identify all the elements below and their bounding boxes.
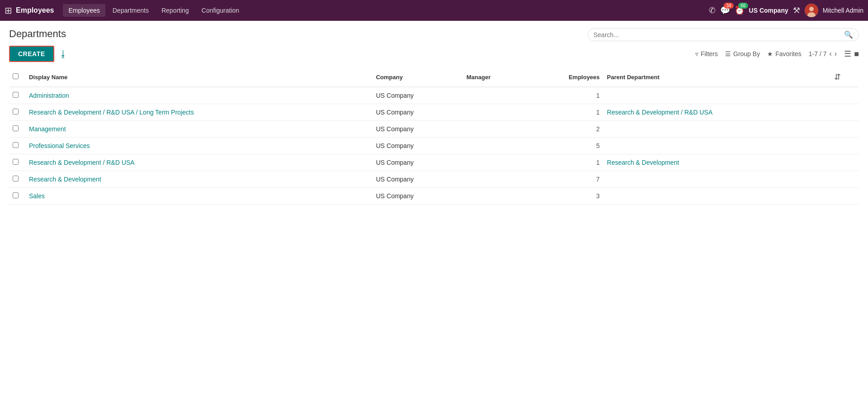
select-all-checkbox[interactable] <box>13 73 19 79</box>
row-actions-2 <box>830 121 859 138</box>
row-checkbox-1[interactable] <box>13 109 19 115</box>
row-company-0: US Company <box>372 87 463 104</box>
table-header: Display Name Company Manager Employees P… <box>9 67 859 87</box>
departments-table: Display Name Company Manager Employees P… <box>9 67 859 205</box>
row-checkbox-5[interactable] <box>13 176 19 182</box>
row-checkbox-cell <box>9 138 25 154</box>
nav-reporting[interactable]: Reporting <box>156 4 194 17</box>
row-parent-dept-5 <box>603 171 831 188</box>
row-name-link-1[interactable]: Research & Development / R&D USA / Long … <box>29 109 194 116</box>
row-name-link-6[interactable]: Sales <box>29 192 45 200</box>
prev-page-button[interactable]: ‹ <box>829 50 831 58</box>
navbar-brand: ⊞ Employees <box>5 5 54 16</box>
avatar <box>805 4 818 17</box>
list-view-button[interactable]: ☰ <box>844 49 851 59</box>
row-name-link-0[interactable]: Administration <box>29 92 69 99</box>
search-icon: 🔍 <box>844 30 853 39</box>
filters-button[interactable]: ▿ Filters <box>695 50 718 57</box>
row-actions-0 <box>830 87 859 104</box>
activity-button[interactable]: ⏰ 66 <box>735 5 745 15</box>
row-checkbox-3[interactable] <box>13 142 19 148</box>
row-name-4: Research & Development / R&D USA <box>25 154 372 171</box>
row-employees-3: 5 <box>526 138 603 154</box>
navbar-right: ✆ 💬 34 ⏰ 66 US Company ⚒ Mitchell Admin <box>709 4 863 17</box>
row-actions-3 <box>830 138 859 154</box>
nav-employees[interactable]: Employees <box>63 4 105 17</box>
row-manager-6 <box>463 188 526 205</box>
pagination: 1-7 / 7 ‹ › <box>809 50 837 58</box>
table-row: Research & Development / R&D USA US Comp… <box>9 154 859 171</box>
row-employees-6: 3 <box>526 188 603 205</box>
page-header: Departments 🔍 <box>9 28 859 41</box>
download-button[interactable]: ⭳ <box>59 49 68 59</box>
row-parent-dept-0 <box>603 87 831 104</box>
nav-configuration[interactable]: Configuration <box>196 4 245 17</box>
row-company-6: US Company <box>372 188 463 205</box>
table-body: Administration US Company 1 Research & D… <box>9 87 859 205</box>
company-name: US Company <box>749 7 788 14</box>
row-name-2: Management <box>25 121 372 138</box>
search-input[interactable] <box>593 31 844 38</box>
col-company: Company <box>372 67 463 87</box>
apps-menu-button[interactable]: ⊞ <box>5 5 12 16</box>
row-manager-5 <box>463 171 526 188</box>
table-row: Research & Development US Company 7 <box>9 171 859 188</box>
row-manager-3 <box>463 138 526 154</box>
row-name-link-5[interactable]: Research & Development <box>29 176 101 183</box>
row-actions-6 <box>830 188 859 205</box>
row-actions-4 <box>830 154 859 171</box>
groupby-icon: ☰ <box>725 50 731 57</box>
column-adjust-button[interactable]: ⇵ <box>834 72 841 82</box>
row-name-link-3[interactable]: Professional Services <box>29 142 90 149</box>
row-employees-0: 1 <box>526 87 603 104</box>
row-parent-dept-3 <box>603 138 831 154</box>
table-row: Sales US Company 3 <box>9 188 859 205</box>
row-checkbox-2[interactable] <box>13 125 19 131</box>
row-checkbox-4[interactable] <box>13 159 19 165</box>
row-name-link-4[interactable]: Research & Development / R&D USA <box>29 159 134 166</box>
row-employees-1: 1 <box>526 104 603 121</box>
row-parent-dept-1: Research & Development / R&D USA <box>603 104 831 121</box>
row-name-link-2[interactable]: Management <box>29 125 66 133</box>
row-checkbox-cell <box>9 87 25 104</box>
row-manager-0 <box>463 87 526 104</box>
row-manager-1 <box>463 104 526 121</box>
settings-button[interactable]: ⚒ <box>793 5 800 15</box>
row-employees-2: 2 <box>526 121 603 138</box>
kanban-view-button[interactable]: ■ <box>854 49 859 59</box>
row-checkbox-cell <box>9 154 25 171</box>
table-row: Management US Company 2 <box>9 121 859 138</box>
filter-icon: ▿ <box>695 50 698 57</box>
create-button[interactable]: CREATE <box>9 46 54 62</box>
star-icon: ★ <box>767 50 773 57</box>
help-icon-button[interactable]: ✆ <box>709 5 716 15</box>
row-checkbox-6[interactable] <box>13 192 19 198</box>
row-checkbox-cell <box>9 188 25 205</box>
activity-badge: 66 <box>738 3 748 9</box>
navbar-menu: Employees Departments Reporting Configur… <box>63 4 708 17</box>
app-name: Employees <box>16 6 54 14</box>
search-bar: 🔍 <box>588 28 859 41</box>
groupby-button[interactable]: ☰ Group By <box>725 50 760 57</box>
chat-button[interactable]: 💬 34 <box>720 5 730 15</box>
toolbar-right: ▿ Filters ☰ Group By ★ Favorites 1-7 / 7… <box>695 49 859 59</box>
nav-departments[interactable]: Departments <box>107 4 154 17</box>
view-toggle: ☰ ■ <box>844 49 859 59</box>
row-company-3: US Company <box>372 138 463 154</box>
table-row: Professional Services US Company 5 <box>9 138 859 154</box>
row-actions-5 <box>830 171 859 188</box>
next-page-button[interactable]: › <box>835 50 837 58</box>
row-manager-2 <box>463 121 526 138</box>
col-employees: Employees <box>526 67 603 87</box>
user-name: Mitchell Admin <box>823 7 863 14</box>
row-checkbox-cell <box>9 104 25 121</box>
col-manager: Manager <box>463 67 526 87</box>
col-parent-department: Parent Department <box>603 67 831 87</box>
favorites-button[interactable]: ★ Favorites <box>767 50 802 57</box>
row-company-1: US Company <box>372 104 463 121</box>
toolbar-left: CREATE ⭳ <box>9 46 68 62</box>
row-company-2: US Company <box>372 121 463 138</box>
row-checkbox-0[interactable] <box>13 92 19 98</box>
row-company-5: US Company <box>372 171 463 188</box>
navbar: ⊞ Employees Employees Departments Report… <box>0 0 868 21</box>
